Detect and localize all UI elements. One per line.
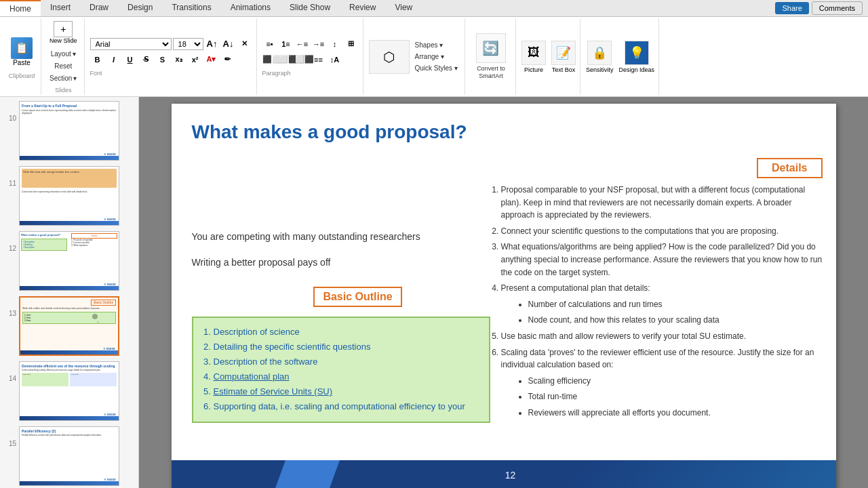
tab-slideshow[interactable]: Slide Show bbox=[280, 0, 340, 16]
shapes-button[interactable]: Shapes ▾ bbox=[412, 40, 460, 50]
align-right-button[interactable]: ⬜⬛ bbox=[295, 53, 310, 66]
slide-panel: 10 From a Start-Up to a Full Proposal Lo… bbox=[0, 97, 139, 488]
slide-footer-number: 12 bbox=[492, 470, 516, 481]
detail-item-5: Use basic math and allow reviewers to ve… bbox=[501, 330, 823, 343]
line-spacing-button[interactable]: ↕ bbox=[328, 37, 342, 51]
font-family-select[interactable]: Arial bbox=[90, 38, 172, 50]
main-layout: 10 From a Start-Up to a Full Proposal Lo… bbox=[0, 97, 868, 488]
outline-item-2: Detailing the specific scientific questi… bbox=[214, 340, 479, 354]
reset-button[interactable]: Reset bbox=[52, 61, 75, 71]
drawing-group: ⬡ Shapes ▾ Arrange ▾ Quick Styles ▾ bbox=[365, 18, 465, 95]
bold-button[interactable]: B bbox=[90, 53, 105, 66]
slide-num-15: 15 bbox=[4, 426, 16, 447]
share-area: Share Comments bbox=[770, 0, 868, 16]
slide-thumb-10[interactable]: 10 From a Start-Up to a Full Proposal Lo… bbox=[3, 100, 136, 162]
basic-outline-section: Basic Outline Description of science Det… bbox=[192, 287, 490, 423]
detail-item-3: What equations/algorithms are being appl… bbox=[501, 241, 823, 279]
slide-preview-14: Demonstrate efficient use of the resourc… bbox=[19, 361, 119, 421]
footer-shape bbox=[274, 460, 339, 488]
section-button[interactable]: Section ▾ bbox=[47, 73, 79, 83]
arrange-button[interactable]: Arrange ▾ bbox=[412, 52, 460, 62]
text-direction-button[interactable]: ↕A bbox=[328, 53, 342, 66]
font-size-select[interactable]: 18 bbox=[173, 38, 203, 50]
ribbon: 📋 Paste Clipboard + New Slide Layout ▾ R… bbox=[0, 17, 868, 97]
slide-num-14: 14 bbox=[4, 361, 16, 382]
paste-button[interactable]: 📋 Paste bbox=[7, 35, 37, 69]
new-slide-label: New Slide bbox=[50, 37, 77, 44]
slide-canvas[interactable]: What makes a good proposal? You are comp… bbox=[172, 104, 836, 488]
tab-insert[interactable]: Insert bbox=[41, 0, 80, 16]
detail-item-2: Connect your scientific questions to the… bbox=[501, 225, 823, 238]
new-slide-button[interactable]: + New Slide bbox=[47, 20, 80, 45]
shadow-button[interactable]: S bbox=[155, 53, 170, 66]
align-left-button[interactable]: ⬛⬜ bbox=[262, 53, 277, 66]
sensitivity-icon: 🔒 bbox=[587, 41, 612, 65]
tab-draw[interactable]: Draw bbox=[80, 0, 118, 16]
convert-smartart-icon: 🔄 bbox=[476, 33, 506, 63]
quick-styles-button[interactable]: Quick Styles ▾ bbox=[412, 63, 460, 73]
columns-button[interactable]: ⊞ bbox=[344, 37, 359, 51]
slide-thumb-11[interactable]: 11 Slide title area with orange header b… bbox=[3, 165, 136, 227]
slide-num-12: 12 bbox=[4, 231, 16, 252]
italic-button[interactable]: I bbox=[106, 53, 121, 66]
details-section: Details Proposal comparable to your NSF … bbox=[490, 158, 823, 456]
slide-num-11: 11 bbox=[4, 166, 16, 187]
slide-preview-12: What makes a good proposal? • Descriptio… bbox=[19, 231, 119, 291]
basic-outline-list: Description of science Detailing the spe… bbox=[192, 317, 490, 423]
tab-animations[interactable]: Animations bbox=[221, 0, 280, 16]
drawing-tools-icon: ⬡ bbox=[369, 40, 410, 74]
tab-transitions[interactable]: Transitions bbox=[162, 0, 220, 16]
detail-bullet-2: Node count, and how this relates to your… bbox=[528, 314, 823, 327]
clipboard-label: Clipboard bbox=[9, 73, 35, 79]
detail-item-6: Scaling data 'proves' to the reviewer ef… bbox=[501, 346, 823, 371]
superscript-button[interactable]: x² bbox=[188, 53, 203, 66]
slides-group: + New Slide Layout ▾ Reset Section ▾ Sli… bbox=[43, 18, 85, 95]
clear-format-button[interactable]: ✕ bbox=[237, 37, 252, 51]
decrease-indent-button[interactable]: ←≡ bbox=[295, 37, 310, 51]
tab-review[interactable]: Review bbox=[340, 0, 385, 16]
slide-thumb-14[interactable]: 14 Demonstrate efficient use of the reso… bbox=[3, 360, 136, 422]
tab-design[interactable]: Design bbox=[118, 0, 162, 16]
slide-preview-13: Basic Outline Slide with outline and det… bbox=[19, 296, 119, 356]
detail-bullet-4: Total run-time bbox=[528, 390, 823, 403]
justify-button[interactable]: ≡≡ bbox=[311, 53, 326, 66]
font-group: Arial 18 A↑ A↓ ✕ B I U S̶ S x₂ x² A▾ ✏ F… bbox=[86, 18, 257, 95]
comments-button[interactable]: Comments bbox=[812, 1, 863, 15]
bullet-list-button[interactable]: ≡• bbox=[262, 37, 277, 51]
slide-thumb-13[interactable]: 13 Basic Outline Slide with outline and … bbox=[3, 295, 136, 357]
slide-title: What makes a good proposal? bbox=[192, 121, 490, 144]
detail-item-1: Proposal comparable to your NSF proposal… bbox=[501, 184, 823, 222]
convert-smartart-label: Convert to SmartArt bbox=[471, 65, 511, 80]
paragraph-label: Paragraph bbox=[262, 70, 291, 77]
picture-icon: 🖼 bbox=[521, 41, 546, 65]
sensitivity-label: Sensitivity bbox=[586, 66, 614, 73]
tab-home[interactable]: Home bbox=[0, 0, 41, 16]
insert-group: 🖼 Picture 📝 Text Box bbox=[517, 18, 580, 95]
slide-thumb-12[interactable]: 12 What makes a good proposal? • Descrip… bbox=[3, 230, 136, 292]
slide-num-13: 13 bbox=[4, 296, 16, 317]
slide-thumb-15[interactable]: 15 Parallel Efficiency (2) Parallel effi… bbox=[3, 425, 136, 487]
font-color-button[interactable]: A▾ bbox=[204, 53, 219, 66]
share-button[interactable]: Share bbox=[775, 2, 808, 14]
font-label: Font bbox=[90, 70, 102, 77]
subtitle-line-1: You are competing with many outstanding … bbox=[192, 229, 490, 244]
strikethrough-button[interactable]: S̶ bbox=[139, 53, 154, 66]
subscript-button[interactable]: x₂ bbox=[172, 53, 186, 66]
text-box-icon: 📝 bbox=[551, 41, 576, 65]
design-group: 🔒 Sensitivity 💡 Design Ideas bbox=[582, 18, 659, 95]
slide-num-10: 10 bbox=[4, 101, 16, 122]
layout-button[interactable]: Layout ▾ bbox=[48, 49, 79, 59]
picture-label: Picture bbox=[524, 66, 543, 73]
tab-view[interactable]: View bbox=[385, 0, 422, 16]
increase-indent-button[interactable]: →≡ bbox=[311, 37, 326, 51]
decrease-font-button[interactable]: A↓ bbox=[221, 37, 236, 51]
slide-preview-11: Slide title area with orange header box … bbox=[19, 166, 119, 226]
align-center-button[interactable]: ⬜⬛⬜ bbox=[279, 53, 294, 66]
text-highlight-button[interactable]: ✏ bbox=[220, 53, 235, 66]
numbered-list-button[interactable]: 1≡ bbox=[279, 37, 294, 51]
increase-font-button[interactable]: A↑ bbox=[205, 37, 220, 51]
underline-button[interactable]: U bbox=[123, 53, 138, 66]
design-ideas-icon: 💡 bbox=[625, 41, 649, 65]
outline-item-1: Description of science bbox=[214, 325, 479, 340]
outline-item-3: Description of the software bbox=[214, 354, 479, 369]
